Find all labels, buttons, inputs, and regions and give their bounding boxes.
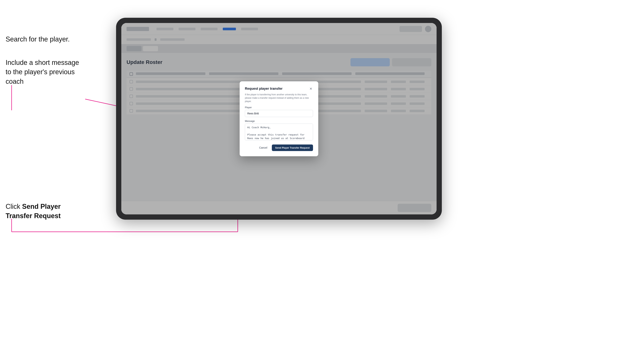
cancel-button[interactable]: Cancel <box>256 145 270 151</box>
modal-close-button[interactable]: ✕ <box>308 87 313 91</box>
message-textarea[interactable]: Hi Coach McHarg, Please accept this tran… <box>245 124 313 140</box>
modal-description: If the player is transferring from anoth… <box>245 93 313 103</box>
annotation-message: Include a short messageto the player's p… <box>6 58 84 86</box>
modal-header: Request player transfer ✕ <box>245 87 313 91</box>
modal-title: Request player transfer <box>245 87 282 91</box>
modal-footer: Cancel Send Player Transfer Request <box>245 145 313 151</box>
message-label: Message <box>245 120 313 122</box>
send-transfer-request-button[interactable]: Send Player Transfer Request <box>272 145 313 151</box>
player-input[interactable] <box>245 110 313 117</box>
modal-overlay: Request player transfer ✕ If the player … <box>121 23 436 214</box>
annotation-click-bold: Send PlayerTransfer Request <box>6 203 61 220</box>
annotation-search: Search for the player. <box>6 35 70 44</box>
tablet-screen: Update Roster <box>121 23 436 214</box>
player-label: Player <box>245 106 313 109</box>
annotation-click: Click Send PlayerTransfer Request <box>6 202 77 221</box>
request-transfer-modal: Request player transfer ✕ If the player … <box>240 81 318 156</box>
tablet-device: Update Roster <box>116 18 442 220</box>
